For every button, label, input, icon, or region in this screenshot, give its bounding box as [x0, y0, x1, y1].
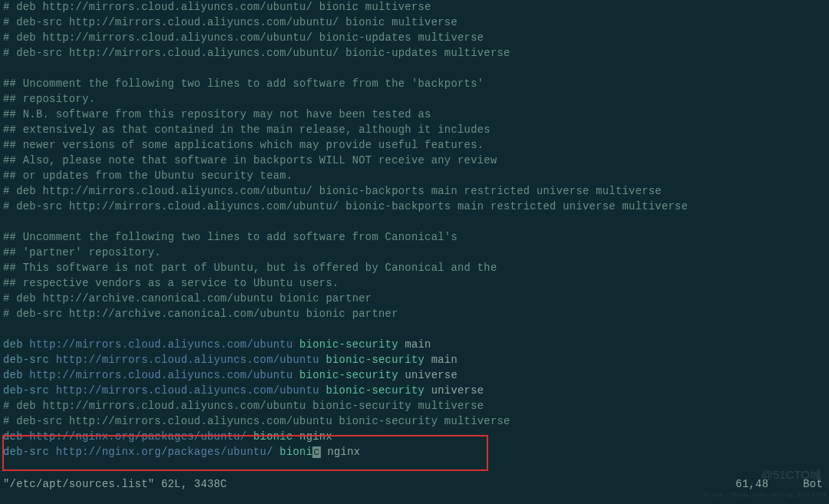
code-segment-keyword: deb-src [3, 446, 56, 458]
code-segment-dist: bioni [273, 446, 312, 458]
code-segment-url: http://mirrors.cloud.aliyuncs.com/ubuntu [29, 339, 292, 351]
editor-line[interactable]: ## extensively as that contained in the … [3, 123, 829, 138]
code-segment-comment: ## This software is not part of Ubuntu, … [3, 262, 497, 274]
code-segment-comment: ## or updates from the Ubuntu security t… [3, 170, 293, 182]
editor-line[interactable]: # deb http://mirrors.cloud.aliyuncs.com/… [3, 31, 829, 46]
editor-line[interactable]: ## N.B. software from this repository ma… [3, 107, 829, 123]
text-cursor: c [312, 446, 321, 458]
editor-line[interactable]: deb http://mirrors.cloud.aliyuncs.com/ub… [3, 368, 829, 384]
editor-line[interactable]: ## 'partner' repository. [3, 245, 829, 261]
code-segment-comment: ## respective vendors as a service to Ub… [3, 278, 339, 289]
code-segment-comment: # deb http://mirrors.cloud.aliyuncs.com/… [3, 400, 484, 412]
code-segment-comment: ## extensively as that contained in the … [3, 124, 490, 136]
code-segment-comment: # deb http://archive.canonical.com/ubunt… [3, 293, 372, 305]
editor-line[interactable]: ## or updates from the Ubuntu security t… [3, 169, 829, 184]
code-segment-component: universe [424, 385, 484, 397]
code-segment-dist: bionic-security [293, 370, 398, 381]
editor-line[interactable] [3, 322, 829, 338]
editor-line[interactable]: # deb http://mirrors.cloud.aliyuncs.com/… [3, 184, 829, 199]
code-segment-keyword: deb-src [3, 354, 56, 366]
code-segment-comment: # deb-src http://mirrors.cloud.aliyuncs.… [3, 48, 510, 59]
editor-line[interactable]: # deb-src http://mirrors.cloud.aliyuncs.… [3, 46, 829, 61]
code-segment-dist: bionic-security [319, 354, 424, 366]
terminal-editor-content[interactable]: # deb http://mirrors.cloud.aliyuncs.com/… [3, 0, 829, 460]
code-segment-url: http://mirrors.cloud.aliyuncs.com/ubuntu [56, 385, 319, 397]
editor-line[interactable]: # deb-src http://archive.canonical.com/u… [3, 307, 829, 322]
code-segment-dist: bionic-security [293, 339, 398, 351]
code-segment-comment: ## 'partner' repository. [3, 247, 161, 259]
code-segment-comment: ## Uncomment the following two lines to … [3, 78, 484, 90]
code-segment-dist: bionic [246, 431, 292, 443]
code-segment-comment: # deb-src http://mirrors.cloud.aliyuncs.… [3, 416, 510, 427]
editor-line[interactable]: # deb-src http://mirrors.cloud.aliyuncs.… [3, 414, 829, 430]
editor-line[interactable]: # deb http://mirrors.cloud.aliyuncs.com/… [3, 0, 829, 15]
status-filename: "/etc/apt/sources.list" 62L, 3438C [3, 477, 227, 492]
editor-line[interactable]: deb-src http://mirrors.cloud.aliyuncs.co… [3, 384, 829, 399]
editor-line[interactable] [3, 61, 829, 77]
editor-line[interactable]: ## Uncomment the following two lines to … [3, 230, 829, 245]
editor-line[interactable]: ## respective vendors as a service to Ub… [3, 276, 829, 292]
code-segment-comment: # deb http://mirrors.cloud.aliyuncs.com/… [3, 2, 431, 13]
code-segment-comment: # deb-src http://mirrors.cloud.aliyuncs.… [3, 17, 457, 28]
code-segment-comment: ## N.B. software from this repository ma… [3, 109, 431, 120]
watermark-url: https://blog.csdn.net/qq_33254766 [705, 487, 826, 502]
editor-line[interactable]: deb http://nginx.org/packages/ubuntu/ bi… [3, 430, 829, 445]
code-segment-keyword: deb-src [3, 385, 56, 397]
code-segment-component: nginx [293, 431, 332, 443]
code-segment-comment: # deb http://mirrors.cloud.aliyuncs.com/… [3, 32, 484, 44]
code-segment-comment: # deb http://mirrors.cloud.aliyuncs.com/… [3, 186, 662, 197]
code-segment-component: main [398, 339, 431, 351]
code-segment-url: http://nginx.org/packages/ubuntu/ [56, 446, 273, 458]
editor-line[interactable]: deb-src http://mirrors.cloud.aliyuncs.co… [3, 353, 829, 368]
code-segment-comment: ## Uncomment the following two lines to … [3, 232, 457, 243]
vim-status-bar: "/etc/apt/sources.list" 62L, 3438C 61,48… [3, 477, 823, 492]
code-segment-url: http://nginx.org/packages/ubuntu/ [29, 431, 246, 443]
code-segment-component: nginx [321, 446, 360, 458]
code-segment-comment: # deb-src http://archive.canonical.com/u… [3, 308, 398, 320]
editor-line[interactable]: deb http://mirrors.cloud.aliyuncs.com/ub… [3, 338, 829, 353]
code-segment-comment: ## repository. [3, 94, 95, 105]
editor-line[interactable]: deb-src http://nginx.org/packages/ubuntu… [3, 445, 829, 460]
code-segment-comment: # deb-src http://mirrors.cloud.aliyuncs.… [3, 201, 688, 212]
editor-line[interactable]: ## This software is not part of Ubuntu, … [3, 261, 829, 276]
code-segment-keyword: deb [3, 431, 29, 443]
editor-line[interactable]: # deb-src http://mirrors.cloud.aliyuncs.… [3, 15, 829, 31]
code-segment-comment: ## newer versions of some applications w… [3, 140, 484, 151]
code-segment-dist: bionic-security [319, 385, 424, 397]
editor-line[interactable]: ## Uncomment the following two lines to … [3, 77, 829, 92]
editor-line[interactable]: ## newer versions of some applications w… [3, 138, 829, 153]
code-segment-comment: ## Also, please note that software in ba… [3, 155, 497, 166]
editor-line[interactable]: # deb http://mirrors.cloud.aliyuncs.com/… [3, 399, 829, 414]
code-segment-keyword: deb [3, 339, 29, 351]
code-segment-keyword: deb [3, 370, 29, 381]
editor-line[interactable]: # deb-src http://mirrors.cloud.aliyuncs.… [3, 199, 829, 215]
code-segment-url: http://mirrors.cloud.aliyuncs.com/ubuntu [29, 370, 292, 381]
editor-line[interactable] [3, 215, 829, 230]
code-segment-component: main [424, 354, 457, 366]
editor-line[interactable]: # deb http://archive.canonical.com/ubunt… [3, 292, 829, 307]
watermark-text: @51CTO城 [761, 467, 821, 483]
code-segment-url: http://mirrors.cloud.aliyuncs.com/ubuntu [56, 354, 319, 366]
editor-line[interactable]: ## repository. [3, 92, 829, 107]
editor-line[interactable]: ## Also, please note that software in ba… [3, 153, 829, 169]
code-segment-component: universe [398, 370, 457, 381]
